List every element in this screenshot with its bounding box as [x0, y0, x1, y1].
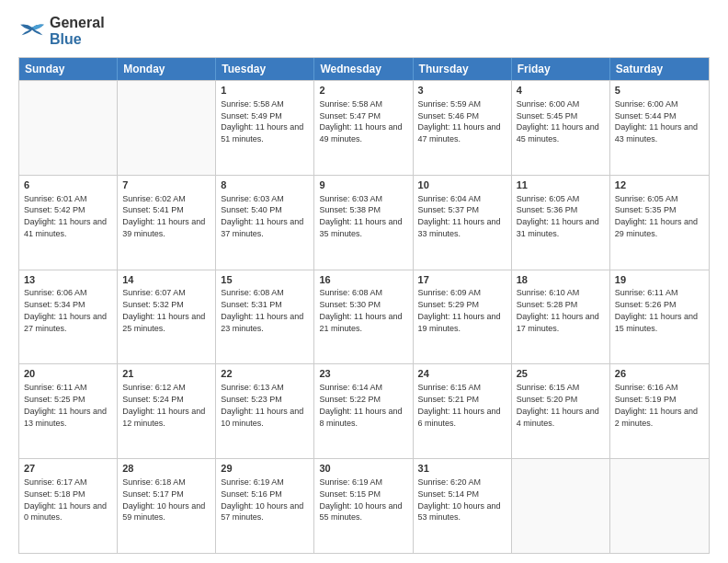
cell-text: Sunset: 5:31 PM: [221, 300, 282, 309]
day-number: 3: [418, 84, 506, 98]
cell-text: Daylight: 11 hours and 45 minutes.: [517, 122, 599, 144]
cal-header-day: Saturday: [610, 58, 709, 80]
day-number: 31: [418, 462, 506, 476]
calendar-cell: 13Sunrise: 6:06 AMSunset: 5:34 PMDayligh…: [19, 270, 118, 364]
cell-text: Sunrise: 6:08 AM: [319, 288, 382, 297]
calendar-cell: 15Sunrise: 6:08 AMSunset: 5:31 PMDayligh…: [216, 270, 314, 364]
calendar-cell: [610, 459, 709, 553]
cal-header-day: Sunday: [19, 58, 118, 80]
cell-text: Daylight: 11 hours and 51 minutes.: [221, 122, 303, 144]
cell-text: Sunset: 5:46 PM: [418, 111, 480, 121]
calendar-cell: [118, 81, 216, 175]
cell-text: Sunrise: 6:11 AM: [615, 288, 678, 297]
cell-text: Daylight: 11 hours and 23 minutes.: [221, 312, 303, 333]
calendar-cell: 18Sunrise: 6:10 AMSunset: 5:28 PMDayligh…: [512, 270, 610, 364]
calendar-header: SundayMondayTuesdayWednesdayThursdayFrid…: [19, 58, 709, 80]
cell-text: Sunrise: 6:20 AM: [418, 477, 482, 487]
cell-text: Sunset: 5:16 PM: [221, 489, 282, 499]
cell-text: Sunset: 5:15 PM: [319, 489, 381, 499]
cell-text: Sunset: 5:23 PM: [221, 395, 282, 404]
cell-text: Sunset: 5:37 PM: [418, 205, 480, 214]
day-number: 25: [517, 367, 605, 381]
cell-text: Daylight: 11 hours and 17 minutes.: [517, 312, 599, 333]
day-number: 1: [221, 84, 309, 98]
day-number: 24: [418, 367, 506, 381]
calendar-cell: 11Sunrise: 6:05 AMSunset: 5:36 PMDayligh…: [512, 176, 610, 270]
cell-text: Daylight: 11 hours and 4 minutes.: [517, 407, 599, 428]
cell-text: Daylight: 11 hours and 25 minutes.: [122, 312, 205, 333]
cell-text: Sunrise: 6:07 AM: [122, 288, 186, 297]
day-number: 15: [221, 273, 309, 287]
cell-text: Daylight: 11 hours and 15 minutes.: [615, 312, 698, 333]
cell-text: Daylight: 11 hours and 47 minutes.: [418, 122, 501, 144]
calendar-cell: 8Sunrise: 6:03 AMSunset: 5:40 PMDaylight…: [216, 176, 314, 270]
calendar-cell: 19Sunrise: 6:11 AMSunset: 5:26 PMDayligh…: [610, 270, 709, 364]
cell-text: Sunset: 5:47 PM: [319, 111, 381, 121]
logo-blue: Blue: [50, 31, 82, 47]
day-number: 14: [122, 273, 210, 287]
calendar-cell: [19, 81, 118, 175]
cell-text: Sunrise: 6:05 AM: [615, 194, 678, 203]
cell-text: Daylight: 11 hours and 2 minutes.: [615, 407, 698, 428]
logo: General Blue: [18, 15, 105, 48]
cell-text: Daylight: 11 hours and 29 minutes.: [615, 217, 698, 238]
day-number: 12: [615, 178, 704, 192]
cell-text: Daylight: 10 hours and 55 minutes.: [319, 501, 402, 523]
calendar-cell: 3Sunrise: 5:59 AMSunset: 5:46 PMDaylight…: [414, 81, 512, 175]
day-number: 9: [319, 178, 407, 192]
header: General Blue: [18, 15, 710, 48]
calendar: SundayMondayTuesdayWednesdayThursdayFrid…: [18, 57, 710, 554]
cell-text: Daylight: 11 hours and 31 minutes.: [517, 217, 599, 238]
calendar-cell: 2Sunrise: 5:58 AMSunset: 5:47 PMDaylight…: [314, 81, 413, 175]
cell-text: Sunset: 5:26 PM: [615, 300, 677, 309]
cal-header-day: Thursday: [414, 58, 512, 80]
logo-general: General: [50, 15, 105, 30]
day-number: 23: [319, 367, 407, 381]
calendar-cell: 21Sunrise: 6:12 AMSunset: 5:24 PMDayligh…: [118, 364, 216, 458]
cell-text: Sunset: 5:32 PM: [122, 300, 184, 309]
calendar-cell: 10Sunrise: 6:04 AMSunset: 5:37 PMDayligh…: [414, 176, 512, 270]
day-number: 17: [418, 273, 506, 287]
day-number: 16: [319, 273, 407, 287]
calendar-cell: 24Sunrise: 6:15 AMSunset: 5:21 PMDayligh…: [414, 364, 512, 458]
cell-text: Daylight: 11 hours and 33 minutes.: [418, 217, 501, 238]
calendar-cell: 26Sunrise: 6:16 AMSunset: 5:19 PMDayligh…: [610, 364, 709, 458]
calendar-cell: 25Sunrise: 6:15 AMSunset: 5:20 PMDayligh…: [512, 364, 610, 458]
calendar-body: 1Sunrise: 5:58 AMSunset: 5:49 PMDaylight…: [19, 80, 709, 553]
cell-text: Sunset: 5:20 PM: [517, 395, 578, 404]
cal-header-day: Monday: [118, 58, 216, 80]
day-number: 27: [24, 462, 112, 476]
cell-text: Sunrise: 6:11 AM: [24, 383, 87, 392]
calendar-cell: 30Sunrise: 6:19 AMSunset: 5:15 PMDayligh…: [314, 459, 413, 553]
logo-bird-icon: [18, 22, 46, 40]
cell-text: Sunset: 5:42 PM: [24, 205, 85, 214]
cell-text: Daylight: 11 hours and 39 minutes.: [122, 217, 205, 238]
day-number: 22: [221, 367, 309, 381]
page: General Blue SundayMondayTuesdayWednesda…: [0, 0, 728, 563]
day-number: 20: [24, 367, 112, 381]
cell-text: Sunset: 5:24 PM: [122, 395, 184, 404]
cell-text: Sunrise: 6:17 AM: [24, 477, 87, 487]
calendar-cell: 29Sunrise: 6:19 AMSunset: 5:16 PMDayligh…: [216, 459, 314, 553]
cell-text: Sunset: 5:19 PM: [615, 395, 677, 404]
calendar-row: 1Sunrise: 5:58 AMSunset: 5:49 PMDaylight…: [19, 80, 709, 175]
cell-text: Daylight: 11 hours and 0 minutes.: [24, 501, 107, 523]
cell-text: Sunset: 5:45 PM: [517, 111, 578, 121]
cell-text: Daylight: 10 hours and 57 minutes.: [221, 501, 303, 523]
cell-text: Sunset: 5:29 PM: [418, 300, 480, 309]
cell-text: Sunset: 5:21 PM: [418, 395, 480, 404]
cell-text: Daylight: 10 hours and 59 minutes.: [122, 501, 205, 523]
calendar-row: 6Sunrise: 6:01 AMSunset: 5:42 PMDaylight…: [19, 175, 709, 270]
calendar-cell: 28Sunrise: 6:18 AMSunset: 5:17 PMDayligh…: [118, 459, 216, 553]
day-number: 19: [615, 273, 704, 287]
cell-text: Sunset: 5:17 PM: [122, 489, 184, 499]
cell-text: Daylight: 11 hours and 19 minutes.: [418, 312, 501, 333]
cal-header-day: Friday: [512, 58, 610, 80]
cell-text: Daylight: 11 hours and 13 minutes.: [24, 407, 107, 428]
day-number: 29: [221, 462, 309, 476]
cell-text: Sunset: 5:44 PM: [615, 111, 677, 121]
cell-text: Daylight: 11 hours and 21 minutes.: [319, 312, 402, 333]
cell-text: Daylight: 11 hours and 43 minutes.: [615, 122, 698, 144]
cell-text: Sunrise: 6:00 AM: [517, 99, 580, 109]
cell-text: Sunrise: 6:12 AM: [122, 383, 186, 392]
